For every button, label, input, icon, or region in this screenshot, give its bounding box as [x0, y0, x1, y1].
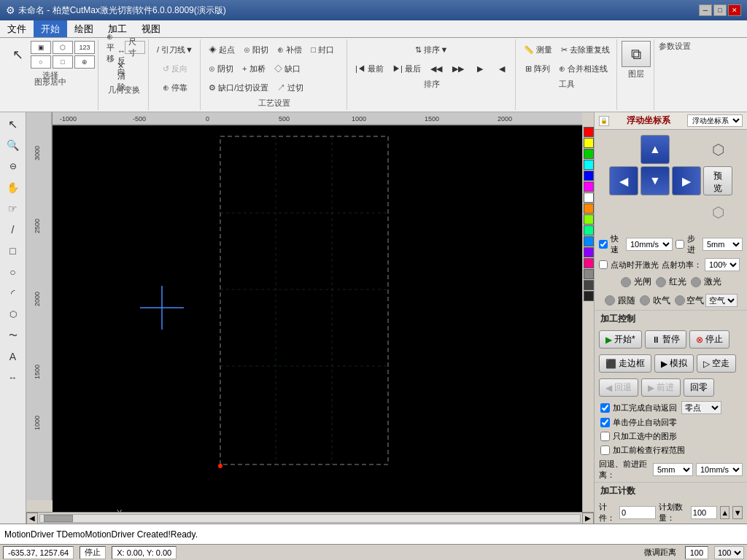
- preview-btn[interactable]: 预览: [703, 166, 732, 195]
- measure-tool-btn[interactable]: 📏 测量: [520, 41, 556, 58]
- layer-color-2[interactable]: [584, 138, 594, 148]
- polygon-select-btn[interactable]: ⬡: [53, 41, 73, 54]
- layer-color-14[interactable]: [584, 269, 594, 279]
- air-select[interactable]: 空气 氮气: [705, 294, 738, 307]
- forward-nav-btn[interactable]: ▶: [470, 60, 490, 77]
- start-point-btn[interactable]: ◈ 起点: [205, 41, 239, 58]
- layer-color-6[interactable]: [584, 182, 594, 192]
- gap-btn[interactable]: ◇ 缺口: [271, 60, 304, 77]
- coord-lock-btn[interactable]: 🔒: [599, 116, 609, 126]
- count-input[interactable]: [619, 506, 656, 519]
- square-btn[interactable]: □: [53, 55, 73, 69]
- layer-color-7[interactable]: [584, 192, 594, 203]
- seal-btn[interactable]: □ 封口: [307, 41, 338, 58]
- yang-cut-btn[interactable]: ⊙ 阳切: [240, 41, 272, 58]
- step-select[interactable]: 5mm 1mm 10mm: [703, 238, 743, 251]
- layer-color-12[interactable]: [584, 247, 594, 257]
- shutter-btn[interactable]: 光闸: [621, 276, 651, 288]
- spline-tool[interactable]: 〜: [2, 325, 24, 346]
- red-light-btn[interactable]: 红光: [656, 276, 686, 288]
- minimize-button[interactable]: ─: [699, 4, 712, 16]
- poly-tool[interactable]: ⬡: [2, 304, 24, 324]
- menu-start[interactable]: 开始: [34, 20, 67, 37]
- auto-home-check[interactable]: [600, 418, 610, 427]
- remove-dup-btn[interactable]: ✂ 去除重复线: [557, 41, 614, 58]
- counter-down-btn[interactable]: ▼: [732, 506, 743, 519]
- sort-btn[interactable]: ⇅ 排序▼: [411, 41, 452, 58]
- plan-input[interactable]: [691, 506, 717, 519]
- menu-draw[interactable]: 绘图: [67, 20, 101, 37]
- step-check[interactable]: [676, 240, 684, 249]
- add-bridge-btn[interactable]: + 加桥: [239, 60, 268, 77]
- close-button[interactable]: ✕: [728, 4, 741, 16]
- hand-tool[interactable]: ☞: [2, 198, 24, 219]
- forward-proc-btn[interactable]: ▶ 前进: [641, 378, 681, 397]
- coord-system-select[interactable]: 浮动坐标系 机器坐标系: [687, 114, 743, 127]
- counter-up-btn[interactable]: ▲: [720, 506, 730, 519]
- pause-btn[interactable]: ⏸ 暂停: [645, 330, 686, 349]
- zoom-in-tool[interactable]: 🔍: [2, 135, 24, 155]
- layers-btn[interactable]: ⧉: [622, 41, 651, 67]
- num-select-btn[interactable]: 123: [74, 41, 95, 54]
- border-btn[interactable]: ⬛ 走边框: [599, 354, 651, 373]
- back-btn[interactable]: ◀ 回退: [599, 378, 638, 397]
- layer-color-11[interactable]: [584, 236, 594, 246]
- return-point-select[interactable]: 零点 起始点: [681, 401, 721, 414]
- home-btn[interactable]: 回零: [684, 378, 714, 397]
- move-up-btn[interactable]: ▲: [640, 135, 670, 164]
- laser-btn[interactable]: 激光: [691, 276, 721, 288]
- lead-line-btn[interactable]: / 引刀线▼: [153, 41, 197, 58]
- dot-shoot-check[interactable]: [599, 260, 608, 269]
- layer-color-1[interactable]: [584, 127, 594, 137]
- text-tool[interactable]: A: [2, 346, 24, 367]
- canvas-area[interactable]: -1000 -500 0 500 1000 1500 2000 3000 250…: [26, 112, 594, 512]
- dock-btn[interactable]: ⊕ 停靠: [159, 79, 191, 96]
- dot-power-select[interactable]: 100% 50%: [705, 258, 740, 271]
- clear-btn[interactable]: ✕清除: [114, 70, 134, 83]
- layer-color-8[interactable]: [584, 203, 594, 214]
- move-left-btn[interactable]: ◀: [609, 166, 638, 195]
- first-btn[interactable]: |◀ 最前: [352, 60, 387, 77]
- line-tool[interactable]: /: [2, 219, 24, 240]
- simulate-btn[interactable]: ▶ 模拟: [654, 354, 694, 373]
- overcut-btn[interactable]: ↗ 过切: [274, 79, 307, 96]
- rect-select-btn[interactable]: ▣: [31, 41, 51, 54]
- notch-settings-btn[interactable]: ⚙ 缺口/过切设置: [205, 79, 272, 96]
- scroll-right-btn[interactable]: ▶: [582, 513, 594, 524]
- zoom-out-tool[interactable]: ⊖: [2, 156, 24, 176]
- last-btn[interactable]: ▶| 最后: [389, 60, 425, 77]
- scroll-left-btn[interactable]: ◀: [26, 513, 38, 524]
- stop-btn[interactable]: ⊗ 停止: [689, 330, 729, 349]
- backward-nav-btn[interactable]: ◀: [492, 60, 512, 77]
- select-tool-btn[interactable]: ↖: [6, 42, 29, 68]
- pointer-tool[interactable]: ↖: [2, 114, 24, 134]
- layer-color-13[interactable]: [584, 258, 594, 268]
- layer-color-9[interactable]: [584, 214, 594, 225]
- circle-tool[interactable]: ○: [2, 262, 24, 282]
- follow-btn[interactable]: 跟随: [605, 295, 635, 307]
- next-btn[interactable]: ▶▶: [448, 60, 468, 77]
- maximize-button[interactable]: □: [713, 4, 727, 16]
- layer-color-15[interactable]: [584, 280, 594, 290]
- start-btn[interactable]: ▶ 开始*: [599, 330, 642, 349]
- layer-color-4[interactable]: [584, 160, 594, 170]
- layer-color-10[interactable]: [584, 225, 594, 236]
- empty-walk-btn[interactable]: ▷ 空走: [697, 354, 736, 373]
- center-btn[interactable]: ⊕: [74, 55, 95, 69]
- array-btn[interactable]: ⊞ 阵列: [522, 60, 554, 77]
- layer-color-5[interactable]: [584, 171, 594, 181]
- menu-view[interactable]: 视图: [134, 20, 168, 37]
- check-range-check[interactable]: [600, 446, 610, 455]
- circle-btn[interactable]: ○: [31, 55, 51, 69]
- rect-tool[interactable]: □: [2, 241, 24, 261]
- layer-color-16[interactable]: [584, 291, 594, 301]
- auto-return-check[interactable]: [600, 403, 610, 413]
- selected-only-check[interactable]: [600, 432, 610, 441]
- retreat-dist-select[interactable]: 5mm 10mm: [653, 463, 693, 476]
- move-right-btn[interactable]: ▶: [672, 166, 701, 195]
- fine-adj-select[interactable]: 100 50 10: [714, 546, 744, 559]
- pan-tool[interactable]: ✋: [2, 177, 24, 198]
- merge-btn[interactable]: ⊕ 合并相连线: [555, 60, 611, 77]
- canvas-bg[interactable]: Y X: [53, 125, 582, 512]
- measure-tool[interactable]: ↔: [2, 368, 24, 388]
